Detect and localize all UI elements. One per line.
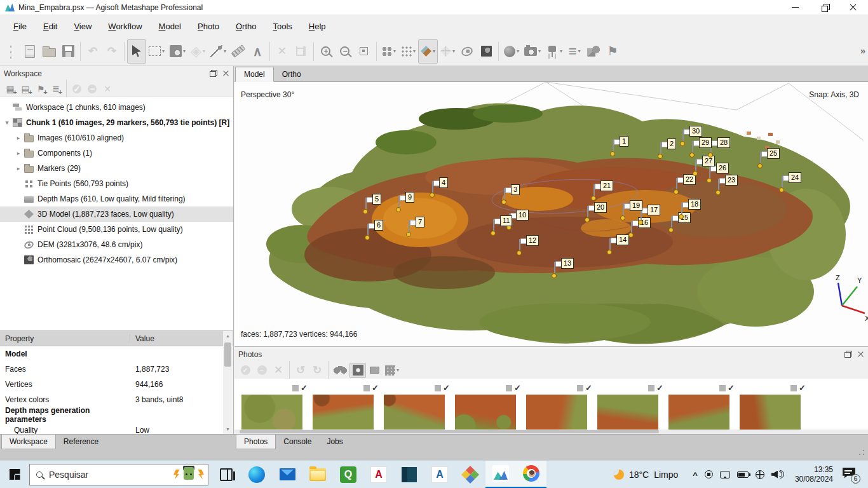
volume-icon[interactable] <box>771 470 784 478</box>
scroll-up-icon[interactable]: ▲ <box>223 331 233 341</box>
marker-point[interactable] <box>365 235 370 240</box>
tree-expand-icon[interactable]: ▾ <box>3 119 11 126</box>
details-view-button[interactable]: ▾ <box>383 363 402 378</box>
model-viewport[interactable]: Perspective 30° Snap: Axis, 3D faces: 1,… <box>234 82 868 346</box>
marker-5[interactable]: 5 <box>363 209 368 214</box>
marker-point[interactable] <box>638 220 643 225</box>
marker-point[interactable] <box>707 178 712 183</box>
photo-thumbnail[interactable]: ✓ <box>668 395 729 430</box>
scroll-down-icon[interactable]: ▼ <box>223 424 233 434</box>
remove-item-button[interactable]: ✕ <box>100 81 115 97</box>
marker-point[interactable] <box>610 151 615 156</box>
marker-3[interactable]: 3 <box>501 200 506 205</box>
marker-point[interactable] <box>674 189 679 194</box>
marker-point[interactable] <box>406 232 411 237</box>
thumbnail-size-button[interactable] <box>366 363 383 378</box>
marker-point[interactable] <box>658 154 663 159</box>
add-photos-button[interactable]: ▤+ <box>18 81 33 97</box>
disable-item-button[interactable]: − <box>85 81 100 97</box>
marker-4[interactable]: 4 <box>430 193 435 198</box>
show-labels-button[interactable]: ⚑ <box>603 39 622 64</box>
new-project-button[interactable] <box>20 39 39 64</box>
menu-view[interactable]: View <box>65 19 100 34</box>
marker-point[interactable] <box>430 193 435 198</box>
chevron-down-icon[interactable]: ▾ <box>183 48 186 54</box>
model-wireframe-view-button[interactable]: ▾ <box>438 39 458 64</box>
rotate-object-button[interactable]: ◈▾ <box>188 39 208 64</box>
navigation-tool-button[interactable]: ▾ <box>167 39 188 64</box>
model-shaded-view-button[interactable]: ▾ <box>418 39 438 64</box>
tab-workspace[interactable]: Workspace <box>1 435 56 449</box>
cast-icon[interactable] <box>720 471 730 478</box>
thumbnail-image[interactable] <box>597 395 658 430</box>
taskbar-search[interactable] <box>29 464 208 485</box>
property-scrollbar[interactable]: ▲ ▼ <box>223 331 233 434</box>
globe-view-button[interactable]: ▾ <box>501 39 522 64</box>
tab-model[interactable]: Model <box>235 67 274 82</box>
menu-photo[interactable]: Photo <box>189 19 227 34</box>
marker-point[interactable] <box>396 207 401 212</box>
chevron-down-icon[interactable]: ▾ <box>397 367 399 373</box>
marker-22[interactable]: 22 <box>674 189 679 194</box>
taskbar-weather[interactable]: 18°C Limpo <box>614 470 678 480</box>
mail-app[interactable] <box>272 461 302 488</box>
marker-15[interactable]: 15 <box>668 227 674 233</box>
draw-polyline-button[interactable]: ▾ <box>208 39 229 64</box>
photo-thumbnail[interactable]: ✓ <box>455 395 516 430</box>
view-masks-button[interactable] <box>349 363 366 378</box>
tree-item[interactable]: Point Cloud (9,508,136 points, Low quali… <box>0 222 233 237</box>
marker-26[interactable]: 26 <box>707 178 712 183</box>
chevron-down-icon[interactable]: ▾ <box>393 48 396 54</box>
network-icon[interactable] <box>756 470 764 479</box>
tree-item[interactable]: ▸Images (610/610 aligned) <box>0 130 233 146</box>
marker-point[interactable] <box>491 231 496 236</box>
tree-expand-icon[interactable]: ▸ <box>14 135 23 141</box>
menu-workflow[interactable]: Workflow <box>100 19 150 34</box>
rotate-ccw-button[interactable]: ↺ <box>292 363 309 378</box>
float-panel-icon[interactable] <box>844 351 852 358</box>
marker-point[interactable] <box>708 152 713 158</box>
marker-point[interactable] <box>679 214 684 219</box>
redo-button[interactable]: ↷ <box>102 39 121 64</box>
battery-icon[interactable] <box>737 471 749 478</box>
marker-1[interactable]: 1 <box>610 151 615 156</box>
marker-18[interactable]: 18 <box>679 214 684 219</box>
tab-ortho[interactable]: Ortho <box>274 67 309 81</box>
chevron-down-icon[interactable]: ▾ <box>413 48 416 54</box>
tree-item[interactable]: ▸Markers (29) <box>0 161 233 176</box>
chevron-down-icon[interactable]: ▾ <box>203 48 205 54</box>
marker-6[interactable]: 6 <box>365 235 370 240</box>
zoom-in-button[interactable]: + <box>316 39 336 64</box>
tab-photos[interactable]: Photos <box>236 435 276 449</box>
tree-item[interactable]: Depth Maps (610, Low quality, Mild filte… <box>0 191 233 207</box>
marker-point[interactable] <box>501 200 506 205</box>
rectangle-selection-button[interactable]: ▾ <box>146 39 167 64</box>
filter-photos-button[interactable] <box>331 363 349 378</box>
marker-point[interactable] <box>620 215 625 220</box>
marker-point[interactable] <box>363 209 368 214</box>
marker-14[interactable]: 14 <box>607 250 612 255</box>
marker-23[interactable]: 23 <box>715 190 721 195</box>
marker-point[interactable] <box>757 163 763 168</box>
tie-points-view-button[interactable]: ▾ <box>379 39 398 64</box>
edge-app[interactable] <box>241 461 272 488</box>
angle-button[interactable]: ∧ <box>248 39 267 64</box>
add-marker-button[interactable]: ⚑+ <box>33 81 48 97</box>
tree-expand-icon[interactable]: ▸ <box>14 150 23 156</box>
remove-cameras-button[interactable]: ✕ <box>270 363 287 378</box>
minimize-button[interactable] <box>780 0 810 15</box>
marker-point[interactable] <box>693 171 698 176</box>
show-markers-button[interactable] <box>584 39 603 64</box>
open-project-button[interactable] <box>39 39 58 64</box>
tree-item[interactable]: ▾Chunk 1 (610 images, 29 markers, 560,79… <box>0 115 233 130</box>
chevron-down-icon[interactable]: ▾ <box>517 48 519 54</box>
marker-27[interactable]: 27 <box>693 171 698 176</box>
task-view-button[interactable] <box>211 461 241 488</box>
marker-2[interactable]: 2 <box>658 154 663 159</box>
photos-scrollbar[interactable] <box>234 430 868 434</box>
tree-item[interactable]: Tie Points (560,793 points) <box>0 176 233 191</box>
marker-30[interactable]: 30 <box>680 141 685 146</box>
close-panel-icon[interactable] <box>222 70 229 77</box>
photo-thumbnail[interactable]: ✓ <box>597 395 658 430</box>
chevron-down-icon[interactable]: ▾ <box>578 48 581 54</box>
